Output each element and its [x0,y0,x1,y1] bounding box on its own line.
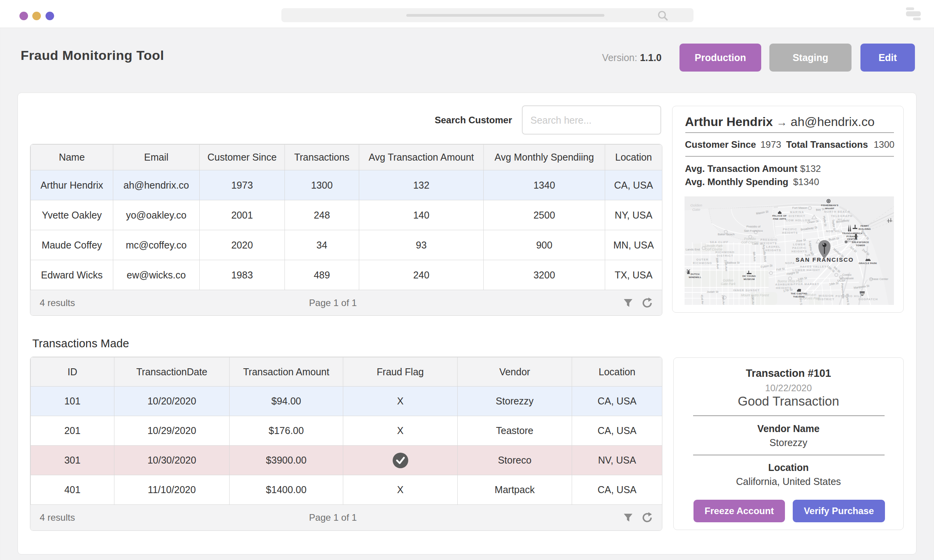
svg-text:HAYES VALLEY: HAYES VALLEY [800,265,827,268]
svg-text:COW HOLLOW: COW HOLLOW [786,219,811,222]
svg-text:Presidio of: Presidio of [746,225,761,228]
svg-text:HEIGHTS: HEIGHTS [761,242,777,245]
svg-text:POTRERO HILL: POTRERO HILL [836,294,862,298]
svg-text:Gate Park: Gate Park [721,282,736,286]
svg-text:Fort Mason: Fort Mason [792,206,807,210]
svg-text:PYRAMID: PYRAMID [846,235,858,238]
svg-text:TRANSAMERICA: TRANSAMERICA [842,232,863,234]
svg-text:ORACLE PARK: ORACLE PARK [859,262,877,264]
svg-text:LOWER HAIGHT: LOWER HAIGHT [792,268,820,272]
svg-text:HEIGHTS: HEIGHTS [776,286,792,290]
svg-text:DISTRICT: DISTRICT [717,254,734,257]
svg-text:Golden: Golden [690,203,702,207]
svg-text:NOPA: NOPA [785,261,795,265]
svg-text:CENTER: CENTER [847,238,858,240]
svg-text:Buena Vista Park: Buena Vista Park [778,279,803,283]
svg-text:PRESIDIO: PRESIDIO [760,238,778,242]
svg-text:DISTRICT: DISTRICT [789,214,806,218]
svg-text:INNER SUNSET: INNER SUNSET [733,289,760,292]
svg-text:Judah St: Judah St [707,290,719,294]
svg-text:HILL: HILL [838,218,846,221]
svg-text:Balboa St: Balboa St [727,261,740,264]
svg-text:THEATRE: THEATRE [793,295,805,298]
svg-text:Lands End: Lands End [686,248,700,251]
svg-text:San Francisco: San Francisco [744,229,763,233]
svg-text:MARINA: MARINA [790,210,804,214]
svg-text:MUSEUM: MUSEUM [744,278,755,280]
svg-text:HEIGHTS: HEIGHTS [765,248,781,252]
svg-text:LAUREL: LAUREL [766,245,781,248]
svg-text:Mount Sutro Forest: Mount Sutro Forest [741,293,769,297]
svg-text:DISTRICT: DISTRICT [818,298,835,301]
svg-text:DUTCH: DUTCH [691,273,700,275]
svg-text:SEA CLIFF: SEA CLIFF [710,240,729,244]
svg-text:PACIFIC: PACIFIC [792,246,807,250]
svg-text:BUILDING: BUILDING [859,228,871,230]
svg-text:RICHMOND: RICHMOND [693,261,712,265]
svg-text:DE YOUNG: DE YOUNG [743,275,756,277]
svg-text:PALACE OF: PALACE OF [772,214,787,217]
svg-text:SALESFORCE: SALESFORCE [852,241,869,243]
svg-text:Golf Course: Golf Course [741,240,759,244]
svg-text:Gate: Gate [692,207,700,212]
svg-text:OUTER: OUTER [696,258,708,261]
svg-text:Chase Center: Chase Center [870,277,888,281]
svg-text:Wholesale: Wholesale [840,276,853,280]
svg-text:ASHBURY: ASHBURY [775,283,792,286]
svg-text:FERRY: FERRY [860,224,869,227]
svg-text:TELEGRAPH: TELEGRAPH [831,214,852,218]
svg-text:TOWER: TOWER [856,244,865,247]
svg-text:NORTH BEACH: NORTH BEACH [824,210,850,214]
svg-text:HEIGHTS: HEIGHTS [782,231,798,234]
svg-text:Baker Beach: Baker Beach [718,233,734,236]
svg-text:NOB HILL: NOB HILL [826,229,843,233]
svg-text:WINDMILL: WINDMILL [689,276,702,278]
svg-text:LOWER: LOWER [793,243,806,246]
svg-text:HEIGHTS: HEIGHTS [792,250,808,253]
svg-text:RICHMOND: RICHMOND [715,250,734,254]
svg-text:FINE ARTS: FINE ARTS [773,217,786,220]
svg-text:WHARF: WHARF [825,207,834,210]
svg-text:Costco: Costco [842,273,851,276]
svg-text:THE CASTRO: THE CASTRO [791,292,807,295]
svg-text:FISHERMAN'S: FISHERMAN'S [821,204,839,206]
svg-text:MISSION: MISSION [819,294,834,298]
svg-text:PACIFIC: PACIFIC [783,228,797,231]
svg-text:DOGPATCH: DOGPATCH [859,298,878,301]
